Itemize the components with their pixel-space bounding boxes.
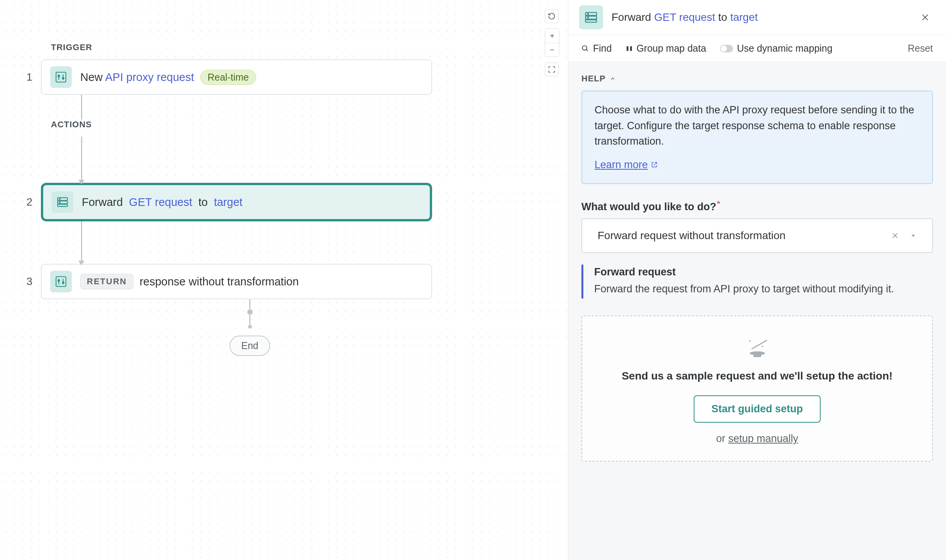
undo-button[interactable] — [545, 9, 559, 23]
undo-icon — [548, 12, 556, 20]
help-text: Choose what to do with the API proxy req… — [595, 102, 920, 149]
forward-request-node[interactable]: Forward GET request to target — [41, 183, 432, 221]
action-select-value: Forward request without transformation — [598, 229, 886, 242]
dynamic-mapping-toggle[interactable]: Use dynamic mapping — [720, 43, 832, 54]
forward-text-pre: Forward — [82, 196, 123, 209]
svg-rect-17 — [586, 20, 597, 22]
reset-button[interactable]: Reset — [908, 43, 933, 54]
svg-point-32 — [749, 340, 751, 342]
fit-icon — [548, 66, 556, 73]
forward-request-info: Forward request Forward the request from… — [581, 265, 933, 299]
connector-line — [81, 95, 82, 120]
or-text: or setup manually — [598, 433, 917, 445]
forward-text-mid: to — [198, 196, 208, 209]
group-map-data-button[interactable]: Group map data — [626, 43, 706, 54]
open-select-button[interactable] — [904, 232, 922, 239]
side-panel: Forward GET request to target Find Group… — [568, 0, 946, 560]
svg-point-4 — [63, 78, 64, 79]
close-icon — [921, 13, 930, 22]
group-icon — [626, 45, 633, 52]
arrow-down-icon — [78, 261, 84, 265]
svg-point-33 — [762, 346, 763, 347]
return-text: response without transformation — [140, 275, 299, 288]
actions-section-label: ACTIONS — [51, 120, 432, 130]
connector-line — [81, 137, 82, 183]
server-stack-icon — [52, 191, 73, 213]
zoom-in-button[interactable]: + — [545, 29, 559, 43]
minus-icon: − — [550, 46, 554, 54]
find-button[interactable]: Find — [581, 43, 612, 54]
start-guided-setup-button[interactable]: Start guided setup — [694, 395, 821, 423]
server-stack-icon — [579, 5, 603, 29]
arrow-down-icon — [78, 180, 84, 184]
action-row-2: 2 Forward GET request to target — [23, 183, 432, 221]
svg-line-29 — [752, 340, 767, 349]
svg-point-8 — [59, 199, 60, 199]
close-panel-button[interactable] — [917, 10, 933, 25]
plus-icon: + — [550, 32, 554, 40]
trigger-node[interactable]: New API proxy request Real-time — [41, 59, 432, 95]
panel-body: HELP Choose what to do with the API prox… — [568, 62, 946, 560]
svg-marker-28 — [912, 235, 915, 237]
trigger-row: 1 New API proxy request Real-time — [23, 59, 432, 95]
panel-title: Forward GET request to target — [612, 11, 909, 24]
guided-message: Send us a sample request and we'll setup… — [598, 370, 917, 382]
zoom-out-button[interactable]: − — [545, 43, 559, 57]
required-indicator: * — [717, 199, 720, 208]
end-node[interactable]: End — [230, 336, 270, 356]
magic-wand-icon — [744, 336, 771, 359]
row-number: 3 — [23, 275, 32, 288]
fit-view-button[interactable] — [545, 62, 559, 76]
learn-more-link[interactable]: Learn more — [595, 157, 658, 173]
svg-rect-10 — [56, 277, 66, 287]
end-connector: End — [68, 299, 432, 356]
svg-point-18 — [588, 13, 589, 15]
action-select-label: What would you like to do?* — [581, 199, 933, 213]
row-number: 1 — [23, 71, 32, 83]
clear-select-button[interactable] — [886, 232, 904, 240]
forward-text-link1: GET request — [129, 196, 192, 209]
triangle-down-icon — [910, 232, 917, 239]
svg-point-13 — [58, 280, 59, 281]
trigger-text-link: API proxy request — [105, 71, 194, 83]
api-proxy-icon — [50, 66, 72, 88]
panel-toolbar: Find Group map data Use dynamic mapping … — [568, 35, 946, 62]
svg-rect-31 — [753, 353, 761, 357]
svg-point-19 — [588, 17, 589, 19]
action-select[interactable]: Forward request without transformation — [581, 218, 933, 253]
svg-point-9 — [59, 202, 60, 203]
panel-header: Forward GET request to target — [568, 0, 946, 35]
svg-point-22 — [583, 46, 587, 50]
row-number: 2 — [23, 196, 32, 208]
workflow-canvas[interactable]: + − TRIGGER 1 New API proxy request Real… — [0, 0, 568, 560]
guided-setup-box: Send us a sample request and we'll setup… — [581, 315, 933, 462]
svg-rect-0 — [56, 72, 66, 82]
return-badge: RETURN — [80, 274, 133, 289]
realtime-badge: Real-time — [200, 70, 256, 85]
return-node[interactable]: RETURN response without transformation — [41, 264, 432, 299]
help-box: Choose what to do with the API proxy req… — [581, 91, 933, 184]
info-heading: Forward request — [594, 266, 933, 278]
setup-manually-link[interactable]: setup manually — [728, 433, 798, 444]
chevron-up-icon — [610, 76, 616, 82]
connector-line — [81, 221, 82, 264]
help-toggle[interactable]: HELP — [581, 74, 933, 84]
svg-line-23 — [586, 49, 588, 51]
close-icon — [891, 232, 899, 240]
toggle-icon — [720, 45, 733, 52]
svg-point-3 — [58, 75, 59, 77]
svg-point-14 — [63, 282, 64, 283]
forward-text-link2: target — [214, 196, 242, 209]
info-body: Forward the request from API proxy to ta… — [594, 281, 933, 297]
svg-rect-25 — [630, 46, 632, 51]
api-proxy-icon — [50, 271, 72, 292]
action-row-3: 3 RETURN response without transformation — [23, 264, 432, 299]
svg-rect-7 — [57, 204, 68, 207]
trigger-section-label: TRIGGER — [51, 42, 432, 52]
trigger-text-pre: New — [80, 71, 105, 83]
external-link-icon — [651, 161, 658, 168]
search-icon — [581, 45, 589, 52]
svg-rect-24 — [627, 46, 628, 51]
